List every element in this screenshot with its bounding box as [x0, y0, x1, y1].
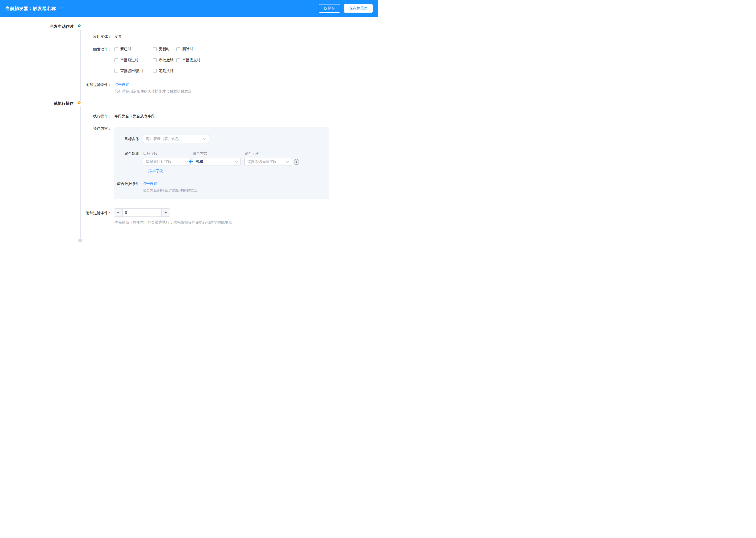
trigger-action-row: 审批通过时审批撤销审批提交时 [115, 58, 251, 63]
operation-content-panel: 目标实体 客户管理（客户名称） 聚合规则 目标字段 聚合方式 聚合字段 请搜索目… [114, 127, 329, 199]
save-and-close-button[interactable]: 保存并关闭 [344, 4, 373, 13]
stepper-decrease-button[interactable]: − [114, 209, 122, 216]
checkbox-unchecked-icon[interactable] [115, 69, 118, 73]
checkbox-unchecked-icon[interactable] [115, 47, 118, 51]
target-field-placeholder: 请搜索目标字段 [146, 159, 172, 164]
aggregate-field-placeholder: 请搜索选择源字段 [247, 159, 277, 164]
trigger-action-option-label[interactable]: 新建时 [120, 47, 131, 51]
trigger-action-option-label[interactable]: 审批提交时 [182, 58, 201, 63]
trigger-action-option-label[interactable]: 删除时 [182, 47, 193, 51]
trigger-action-option[interactable]: 定期执行 [153, 68, 173, 74]
operation-value: 字段聚合（聚合从表字段） [115, 114, 159, 119]
trigger-config-page: 当前触发器：触发器名称 仅保存 保存并关闭 当发生动作时 就执行操作 应用实体：… [0, 0, 378, 269]
add-field-link[interactable]: ＋ 添加字段 [143, 168, 163, 173]
entity-label: 应用实体： [59, 34, 112, 39]
chevron-down-icon [183, 161, 188, 163]
chevron-down-icon [202, 138, 206, 140]
trigger-action-option-label[interactable]: 审批驳回/撤回 [120, 69, 143, 73]
trigger-action-option[interactable]: 审批提交时 [176, 58, 201, 63]
trigger-action-option[interactable]: 审批驳回/撤回 [115, 68, 143, 74]
checkbox-unchecked-icon[interactable] [176, 58, 180, 62]
target-field-select[interactable]: 请搜索目标字段 [143, 158, 191, 166]
aggregate-method-select[interactable]: 求和 [193, 158, 241, 166]
aggregate-rule-label: 聚合规则 [114, 151, 139, 156]
operation-label: 执行操作： [59, 114, 112, 119]
aggregate-condition-hint: 仅会聚合到符合过滤条件的数据上 [143, 188, 198, 193]
stepper-increase-button[interactable]: + [162, 209, 170, 216]
priority-input[interactable]: 0 [122, 209, 162, 216]
aggregate-field-select[interactable]: 请搜索选择源字段 [244, 158, 292, 166]
plus-icon: ＋ [143, 168, 147, 173]
timeline-node-then [78, 101, 80, 104]
add-field-label: 添加字段 [148, 169, 163, 173]
trigger-action-option-label[interactable]: 审批撤销 [159, 58, 173, 63]
page-title: 当前触发器：触发器名称 [5, 6, 56, 12]
trigger-actions-label: 触发动作： [59, 46, 112, 52]
trigger-action-option[interactable]: 新建时 [115, 46, 131, 52]
trigger-actions-grid: 新建时更新时删除时审批通过时审批撤销审批提交时审批驳回/撤回定期执行 [115, 46, 251, 74]
trigger-action-option[interactable]: 删除时 [176, 46, 193, 52]
trigger-action-option-label[interactable]: 更新时 [159, 47, 170, 51]
filter-hint: 只有满足指定条件的实体操作才会触发该触发器 [115, 88, 192, 94]
checkbox-unchecked-icon[interactable] [153, 58, 157, 62]
header-bar: 当前触发器：触发器名称 仅保存 保存并关闭 [0, 0, 378, 17]
entity-value: 发票 [115, 34, 122, 39]
trigger-action-option-label[interactable]: 审批通过时 [120, 58, 139, 63]
checkbox-unchecked-icon[interactable] [153, 69, 157, 73]
priority-stepper: − 0 + [114, 208, 170, 217]
stage-label-then: 就执行操作 [26, 101, 73, 106]
timeline-line-upper [80, 29, 80, 101]
chevron-down-icon [285, 161, 289, 163]
target-entity-select-value: 客户管理（客户名称） [146, 136, 183, 141]
stage-label-when: 当发生动作时 [26, 24, 73, 29]
filter-set-link[interactable]: 点击设置 [115, 82, 129, 87]
priority-label: 附加过滤条件： [59, 210, 112, 215]
trigger-action-option[interactable]: 更新时 [153, 46, 170, 52]
filter-condition-label: 附加过滤条件： [59, 82, 112, 87]
aggregate-condition-label: 聚合数据条件 [114, 181, 139, 186]
aggregate-condition-set-link[interactable]: 点击设置 [143, 181, 157, 186]
arrow-left-icon [188, 160, 193, 163]
priority-hint: 优先级高（数字大）的会被先执行，优先级相等的先执行创建早的触发器 [115, 220, 232, 225]
content-label: 操作内容： [59, 126, 112, 131]
checkbox-unchecked-icon[interactable] [153, 47, 157, 51]
checkbox-unchecked-icon[interactable] [176, 47, 180, 51]
chevron-down-icon [233, 161, 238, 163]
edit-trigger-name-icon[interactable] [59, 6, 63, 11]
target-field-header: 目标字段 [143, 151, 158, 156]
target-entity-label: 目标实体 [114, 136, 139, 141]
trigger-action-option-label[interactable]: 定期执行 [159, 69, 173, 73]
header-actions: 仅保存 保存并关闭 [319, 4, 373, 13]
target-entity-select[interactable]: 客户管理（客户名称） [143, 135, 209, 143]
checkbox-unchecked-icon[interactable] [115, 58, 118, 62]
timeline-end-dot [78, 239, 82, 242]
timeline-node-when [78, 25, 80, 27]
delete-rule-icon[interactable] [294, 158, 299, 165]
aggregate-method-value: 求和 [196, 159, 203, 164]
save-only-button[interactable]: 仅保存 [319, 4, 340, 13]
trigger-action-option[interactable]: 审批通过时 [115, 58, 139, 63]
aggregate-field-header: 聚合字段 [244, 151, 259, 156]
trigger-action-row: 审批驳回/撤回定期执行 [115, 68, 251, 74]
trigger-action-option[interactable]: 审批撤销 [153, 58, 173, 63]
aggregate-method-header: 聚合方式 [193, 151, 208, 156]
trigger-action-row: 新建时更新时删除时 [115, 46, 251, 52]
